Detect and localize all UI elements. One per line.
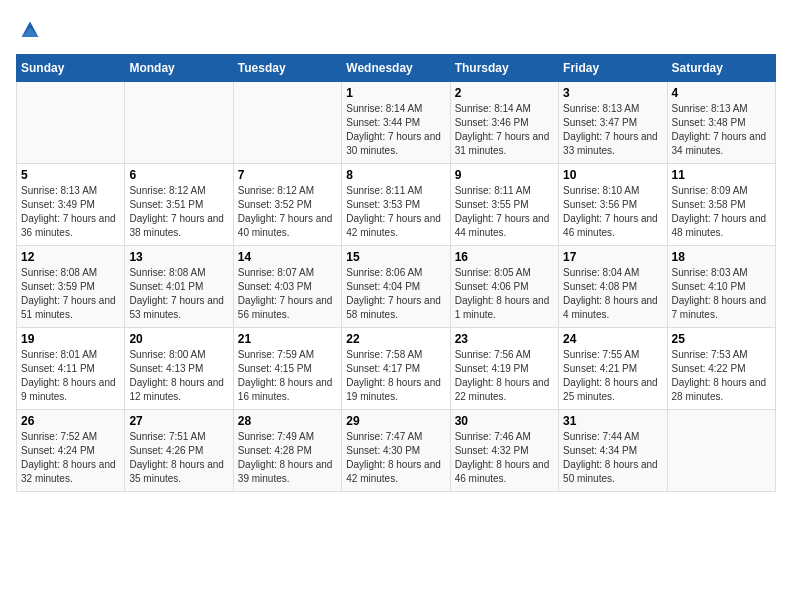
weekday-header-thursday: Thursday xyxy=(450,55,558,82)
day-info: Sunrise: 8:08 AM Sunset: 3:59 PM Dayligh… xyxy=(21,266,120,322)
calendar-week-2: 5Sunrise: 8:13 AM Sunset: 3:49 PM Daylig… xyxy=(17,164,776,246)
calendar-cell: 25Sunrise: 7:53 AM Sunset: 4:22 PM Dayli… xyxy=(667,328,775,410)
day-info: Sunrise: 7:44 AM Sunset: 4:34 PM Dayligh… xyxy=(563,430,662,486)
calendar-cell: 14Sunrise: 8:07 AM Sunset: 4:03 PM Dayli… xyxy=(233,246,341,328)
calendar-cell xyxy=(125,82,233,164)
calendar-cell: 10Sunrise: 8:10 AM Sunset: 3:56 PM Dayli… xyxy=(559,164,667,246)
day-info: Sunrise: 8:03 AM Sunset: 4:10 PM Dayligh… xyxy=(672,266,771,322)
day-number: 20 xyxy=(129,332,228,346)
svg-marker-1 xyxy=(22,27,39,37)
calendar-cell: 7Sunrise: 8:12 AM Sunset: 3:52 PM Daylig… xyxy=(233,164,341,246)
day-info: Sunrise: 8:00 AM Sunset: 4:13 PM Dayligh… xyxy=(129,348,228,404)
calendar-cell: 9Sunrise: 8:11 AM Sunset: 3:55 PM Daylig… xyxy=(450,164,558,246)
day-number: 21 xyxy=(238,332,337,346)
day-number: 14 xyxy=(238,250,337,264)
calendar-cell: 17Sunrise: 8:04 AM Sunset: 4:08 PM Dayli… xyxy=(559,246,667,328)
day-number: 3 xyxy=(563,86,662,100)
day-info: Sunrise: 8:09 AM Sunset: 3:58 PM Dayligh… xyxy=(672,184,771,240)
day-number: 27 xyxy=(129,414,228,428)
day-number: 2 xyxy=(455,86,554,100)
day-info: Sunrise: 8:01 AM Sunset: 4:11 PM Dayligh… xyxy=(21,348,120,404)
day-number: 28 xyxy=(238,414,337,428)
day-info: Sunrise: 7:49 AM Sunset: 4:28 PM Dayligh… xyxy=(238,430,337,486)
day-info: Sunrise: 7:59 AM Sunset: 4:15 PM Dayligh… xyxy=(238,348,337,404)
calendar-cell: 21Sunrise: 7:59 AM Sunset: 4:15 PM Dayli… xyxy=(233,328,341,410)
day-number: 23 xyxy=(455,332,554,346)
weekday-header-saturday: Saturday xyxy=(667,55,775,82)
calendar-cell: 20Sunrise: 8:00 AM Sunset: 4:13 PM Dayli… xyxy=(125,328,233,410)
day-info: Sunrise: 7:46 AM Sunset: 4:32 PM Dayligh… xyxy=(455,430,554,486)
day-info: Sunrise: 8:10 AM Sunset: 3:56 PM Dayligh… xyxy=(563,184,662,240)
day-number: 31 xyxy=(563,414,662,428)
day-info: Sunrise: 7:47 AM Sunset: 4:30 PM Dayligh… xyxy=(346,430,445,486)
weekday-header-monday: Monday xyxy=(125,55,233,82)
calendar-week-1: 1Sunrise: 8:14 AM Sunset: 3:44 PM Daylig… xyxy=(17,82,776,164)
calendar-week-5: 26Sunrise: 7:52 AM Sunset: 4:24 PM Dayli… xyxy=(17,410,776,492)
day-info: Sunrise: 8:13 AM Sunset: 3:47 PM Dayligh… xyxy=(563,102,662,158)
day-number: 8 xyxy=(346,168,445,182)
calendar-cell: 31Sunrise: 7:44 AM Sunset: 4:34 PM Dayli… xyxy=(559,410,667,492)
day-number: 18 xyxy=(672,250,771,264)
calendar-cell: 22Sunrise: 7:58 AM Sunset: 4:17 PM Dayli… xyxy=(342,328,450,410)
day-number: 11 xyxy=(672,168,771,182)
day-info: Sunrise: 8:14 AM Sunset: 3:44 PM Dayligh… xyxy=(346,102,445,158)
day-info: Sunrise: 8:12 AM Sunset: 3:52 PM Dayligh… xyxy=(238,184,337,240)
weekday-header-row: SundayMondayTuesdayWednesdayThursdayFrid… xyxy=(17,55,776,82)
calendar-cell: 18Sunrise: 8:03 AM Sunset: 4:10 PM Dayli… xyxy=(667,246,775,328)
calendar-cell: 6Sunrise: 8:12 AM Sunset: 3:51 PM Daylig… xyxy=(125,164,233,246)
day-info: Sunrise: 7:53 AM Sunset: 4:22 PM Dayligh… xyxy=(672,348,771,404)
calendar-cell: 8Sunrise: 8:11 AM Sunset: 3:53 PM Daylig… xyxy=(342,164,450,246)
logo xyxy=(16,16,48,44)
weekday-header-sunday: Sunday xyxy=(17,55,125,82)
day-info: Sunrise: 8:08 AM Sunset: 4:01 PM Dayligh… xyxy=(129,266,228,322)
day-number: 7 xyxy=(238,168,337,182)
day-number: 6 xyxy=(129,168,228,182)
page-header xyxy=(16,16,776,44)
calendar-cell: 24Sunrise: 7:55 AM Sunset: 4:21 PM Dayli… xyxy=(559,328,667,410)
day-number: 30 xyxy=(455,414,554,428)
calendar-week-3: 12Sunrise: 8:08 AM Sunset: 3:59 PM Dayli… xyxy=(17,246,776,328)
calendar-cell: 16Sunrise: 8:05 AM Sunset: 4:06 PM Dayli… xyxy=(450,246,558,328)
day-info: Sunrise: 8:14 AM Sunset: 3:46 PM Dayligh… xyxy=(455,102,554,158)
day-info: Sunrise: 7:51 AM Sunset: 4:26 PM Dayligh… xyxy=(129,430,228,486)
day-info: Sunrise: 7:58 AM Sunset: 4:17 PM Dayligh… xyxy=(346,348,445,404)
day-number: 10 xyxy=(563,168,662,182)
day-info: Sunrise: 8:05 AM Sunset: 4:06 PM Dayligh… xyxy=(455,266,554,322)
calendar-cell: 4Sunrise: 8:13 AM Sunset: 3:48 PM Daylig… xyxy=(667,82,775,164)
calendar-cell: 30Sunrise: 7:46 AM Sunset: 4:32 PM Dayli… xyxy=(450,410,558,492)
day-number: 19 xyxy=(21,332,120,346)
calendar-cell: 15Sunrise: 8:06 AM Sunset: 4:04 PM Dayli… xyxy=(342,246,450,328)
calendar-cell: 1Sunrise: 8:14 AM Sunset: 3:44 PM Daylig… xyxy=(342,82,450,164)
calendar-cell xyxy=(233,82,341,164)
day-info: Sunrise: 7:55 AM Sunset: 4:21 PM Dayligh… xyxy=(563,348,662,404)
day-number: 12 xyxy=(21,250,120,264)
day-info: Sunrise: 7:52 AM Sunset: 4:24 PM Dayligh… xyxy=(21,430,120,486)
day-number: 15 xyxy=(346,250,445,264)
calendar-cell: 19Sunrise: 8:01 AM Sunset: 4:11 PM Dayli… xyxy=(17,328,125,410)
day-info: Sunrise: 8:06 AM Sunset: 4:04 PM Dayligh… xyxy=(346,266,445,322)
day-number: 5 xyxy=(21,168,120,182)
day-number: 24 xyxy=(563,332,662,346)
day-number: 22 xyxy=(346,332,445,346)
day-info: Sunrise: 8:07 AM Sunset: 4:03 PM Dayligh… xyxy=(238,266,337,322)
day-number: 29 xyxy=(346,414,445,428)
day-info: Sunrise: 8:04 AM Sunset: 4:08 PM Dayligh… xyxy=(563,266,662,322)
calendar-cell: 3Sunrise: 8:13 AM Sunset: 3:47 PM Daylig… xyxy=(559,82,667,164)
day-info: Sunrise: 7:56 AM Sunset: 4:19 PM Dayligh… xyxy=(455,348,554,404)
calendar-cell: 27Sunrise: 7:51 AM Sunset: 4:26 PM Dayli… xyxy=(125,410,233,492)
calendar-cell: 23Sunrise: 7:56 AM Sunset: 4:19 PM Dayli… xyxy=(450,328,558,410)
day-number: 4 xyxy=(672,86,771,100)
weekday-header-tuesday: Tuesday xyxy=(233,55,341,82)
calendar-table: SundayMondayTuesdayWednesdayThursdayFrid… xyxy=(16,54,776,492)
weekday-header-friday: Friday xyxy=(559,55,667,82)
day-info: Sunrise: 8:13 AM Sunset: 3:48 PM Dayligh… xyxy=(672,102,771,158)
logo-icon xyxy=(16,16,44,44)
day-info: Sunrise: 8:11 AM Sunset: 3:53 PM Dayligh… xyxy=(346,184,445,240)
day-info: Sunrise: 8:13 AM Sunset: 3:49 PM Dayligh… xyxy=(21,184,120,240)
day-number: 25 xyxy=(672,332,771,346)
calendar-cell: 2Sunrise: 8:14 AM Sunset: 3:46 PM Daylig… xyxy=(450,82,558,164)
day-info: Sunrise: 8:11 AM Sunset: 3:55 PM Dayligh… xyxy=(455,184,554,240)
day-number: 17 xyxy=(563,250,662,264)
calendar-cell: 5Sunrise: 8:13 AM Sunset: 3:49 PM Daylig… xyxy=(17,164,125,246)
calendar-cell xyxy=(667,410,775,492)
